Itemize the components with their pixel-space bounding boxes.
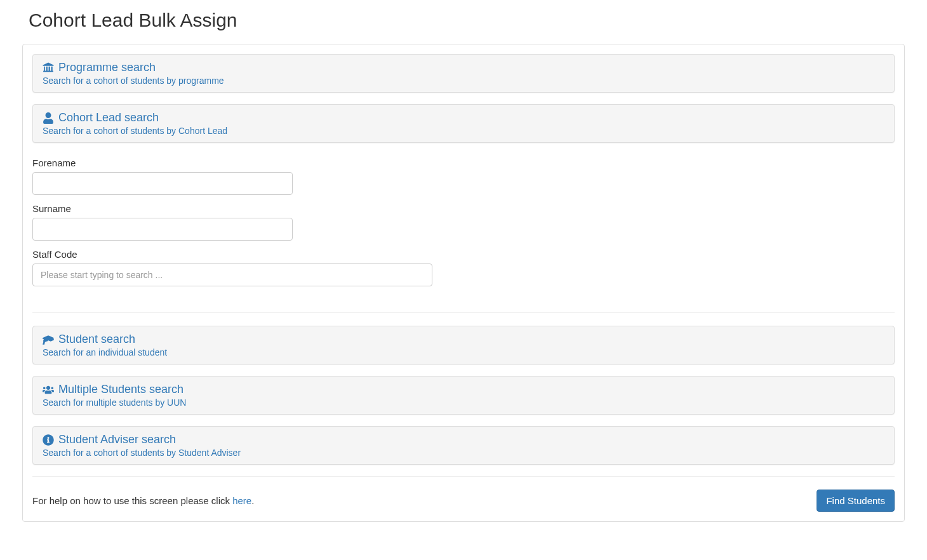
cohort-lead-search-title: Cohort Lead search <box>58 111 159 124</box>
help-link[interactable]: here <box>232 495 251 506</box>
divider <box>32 476 895 477</box>
forename-input[interactable] <box>32 172 293 195</box>
forename-label: Forename <box>32 157 895 168</box>
programme-search-title: Programme search <box>58 61 156 74</box>
divider <box>32 312 895 313</box>
main-panel: Programme search Search for a cohort of … <box>22 44 905 522</box>
student-adviser-search-subtitle: Search for a cohort of students by Stude… <box>43 448 884 458</box>
cohort-lead-search-subtitle: Search for a cohort of students by Cohor… <box>43 126 884 136</box>
surname-input[interactable] <box>32 218 293 241</box>
cohort-lead-search-panel[interactable]: Cohort Lead search Search for a cohort o… <box>32 104 895 143</box>
users-icon <box>43 384 54 396</box>
staff-code-input[interactable] <box>32 263 432 286</box>
footer-row: For help on how to use this screen pleas… <box>32 490 895 512</box>
programme-search-subtitle: Search for a cohort of students by progr… <box>43 76 884 86</box>
find-students-button[interactable]: Find Students <box>817 490 895 512</box>
student-adviser-search-panel[interactable]: Student Adviser search Search for a coho… <box>32 426 895 465</box>
help-text: For help on how to use this screen pleas… <box>32 495 254 506</box>
info-circle-icon <box>43 434 54 446</box>
student-search-panel[interactable]: Student search Search for an individual … <box>32 326 895 364</box>
multiple-students-search-subtitle: Search for multiple students by UUN <box>43 397 884 408</box>
staff-code-label: Staff Code <box>32 249 895 260</box>
page-title: Cohort Lead Bulk Assign <box>29 10 905 31</box>
multiple-students-search-title: Multiple Students search <box>58 383 183 396</box>
student-search-title: Student search <box>58 333 135 346</box>
cohort-lead-form: Forename Surname Staff Code <box>32 154 895 301</box>
student-search-subtitle: Search for an individual student <box>43 347 884 357</box>
programme-search-panel[interactable]: Programme search Search for a cohort of … <box>32 54 895 93</box>
graduation-cap-icon <box>43 334 54 345</box>
multiple-students-search-panel[interactable]: Multiple Students search Search for mult… <box>32 376 895 415</box>
surname-label: Surname <box>32 203 895 214</box>
student-adviser-search-title: Student Adviser search <box>58 433 176 446</box>
institution-icon <box>43 62 54 74</box>
user-icon <box>43 112 54 124</box>
